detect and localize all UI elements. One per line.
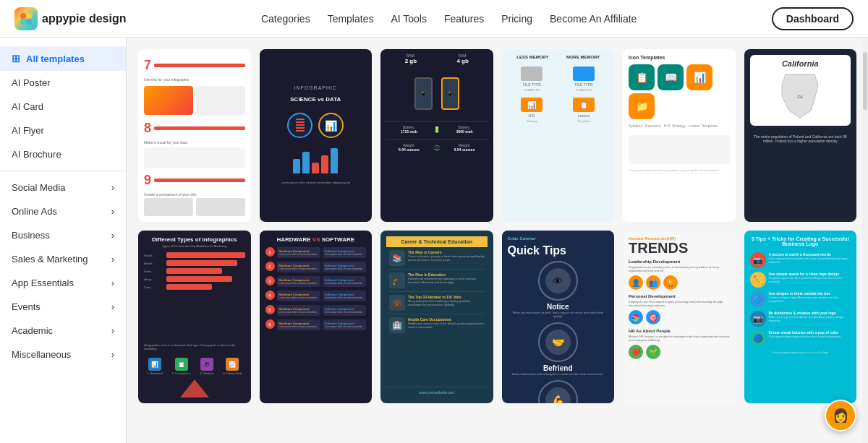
card12-item4: 📷 Be distinctive & creative with your lo…	[750, 311, 851, 327]
template-grid-row2: Different Types of Infographics Types of…	[138, 231, 856, 403]
sidebar-divider	[0, 171, 126, 171]
avatar-button[interactable]: 👩	[825, 400, 856, 431]
sidebar-label-business: Business	[12, 230, 50, 241]
sidebar-item-business[interactable]: Business ›	[0, 223, 126, 247]
nav-features[interactable]: Features	[444, 13, 484, 25]
logo-text: appypie design	[42, 12, 126, 25]
sidebar-item-ai-brochure[interactable]: AI Brochure	[0, 142, 126, 166]
card10-befriend-section: 🤝 Befriend Build relationships with coll…	[508, 322, 609, 376]
chevron-icon-misc: ›	[111, 349, 114, 360]
template-card-9[interactable]: Career & Technical Education 📚 The Rise …	[380, 231, 493, 403]
card4-header: LESS MEMORY MORE MEMORY	[508, 55, 609, 59]
nav-links: Categories Templates AI Tools Features P…	[261, 13, 637, 25]
layout: ⊞ All templates AI Poster AI Card AI Fly…	[0, 38, 868, 443]
svg-marker-6	[180, 379, 209, 397]
navbar: appypie design Categories Templates AI T…	[0, 0, 868, 38]
card8-title: HARDWARE VS SOFTWARE	[265, 236, 367, 243]
chevron-icon-ads: ›	[111, 206, 114, 217]
card1-row8: 8	[144, 118, 245, 139]
template-card-10[interactable]: Critic Catcher Quick Tips 👁 Notice When …	[502, 231, 615, 403]
card10-title: Quick Tips	[508, 245, 609, 257]
sidebar-item-online-ads[interactable]: Online Ads ›	[0, 199, 126, 223]
sidebar-label-all-templates: All templates	[26, 53, 85, 64]
card2-footer: Lorem ipsum dolor sit amet consectetur a…	[280, 179, 352, 186]
svg-point-2	[20, 19, 26, 25]
card10-notice-section: 👁 Notice When you face issues at work, f…	[508, 261, 609, 318]
card10-notice-label: Notice	[508, 303, 609, 311]
card12-item5: 🔵 Create visual balance with a pop of co…	[750, 330, 851, 346]
sidebar-item-academic[interactable]: Academic ›	[0, 319, 126, 343]
card7-triangle	[144, 379, 245, 397]
card11-section1: Leadership Development Organizations are…	[629, 259, 730, 290]
sidebar-item-all-templates[interactable]: ⊞ All templates	[0, 46, 126, 71]
card8-entries: 1 Hardware Component Lorem ipsum dolor s…	[265, 247, 367, 330]
card3-weight-row: Weight: 5.04 ounces ⚖️ Weight: 5.54 ounc…	[385, 139, 489, 152]
template-card-11[interactable]: Human Resources(HR) TRENDS Leadership De…	[623, 231, 736, 403]
card12-item3: 🔷 Use shapes to think outside the box Cr…	[750, 291, 851, 307]
card7-footer: 📊 1. Statistical 📋 2. Comparison ⏱ 3. Ti…	[144, 358, 245, 375]
template-card-8[interactable]: HARDWARE VS SOFTWARE 1 Hardware Componen…	[260, 231, 373, 403]
sidebar-item-ai-flyer[interactable]: AI Flyer	[0, 119, 126, 142]
template-card-4[interactable]: LESS MEMORY MORE MEMORY FILE TYPE EXAMPL…	[502, 49, 615, 222]
sidebar-label-app-essentials: App Essentials	[12, 278, 74, 288]
card3-header: RAM: 2 gb RAM: 4 gb	[385, 53, 489, 64]
card4-less: LESS MEMORY	[508, 55, 558, 59]
template-card-7[interactable]: Different Types of Infographics Types of…	[138, 231, 251, 403]
card1-row9: 9	[144, 170, 245, 191]
card1-img9	[144, 198, 245, 216]
sidebar-label-ai-flyer: AI Flyer	[12, 125, 44, 136]
sidebar-item-app-essentials[interactable]: App Essentials ›	[0, 271, 126, 295]
logo[interactable]: appypie design	[14, 7, 126, 30]
card12-item1: 📷 A picture is worth a thousand words Us…	[750, 252, 851, 268]
card9-items: 📚 The Rise in Careers Career education p…	[386, 247, 488, 387]
sidebar-item-miscellaneous[interactable]: Miscellaneous ›	[0, 343, 126, 366]
card1-text7: Use this for your infographic	[144, 76, 245, 83]
sidebar-label-ai-card: AI Card	[12, 101, 43, 112]
sidebar-item-ai-card[interactable]: AI Card	[0, 95, 126, 119]
card4-more: MORE MEMORY	[558, 55, 608, 59]
card1-num7: 7	[144, 58, 151, 73]
sidebar-item-sales-marketing[interactable]: Sales & Marketing ›	[0, 247, 126, 271]
logo-icon	[14, 7, 38, 30]
scrollbar-thumb[interactable]	[863, 52, 867, 110]
sidebar-item-ai-poster[interactable]: AI Poster	[0, 71, 126, 95]
chevron-icon-social: ›	[111, 182, 114, 193]
card5-preview	[629, 135, 730, 164]
template-card-12[interactable]: 5 Tips + Tricks for Creating a Successfu…	[744, 231, 857, 403]
card2-circles: 📊	[287, 113, 344, 138]
nav-pricing[interactable]: Pricing	[501, 13, 532, 25]
nav-categories[interactable]: Categories	[261, 13, 310, 25]
card1-img	[144, 86, 245, 115]
card1-text9: Create a comparison of your info	[144, 191, 245, 198]
svg-text:CA: CA	[798, 95, 804, 99]
template-card-6[interactable]: California CA The entire population of P…	[744, 49, 857, 222]
card9-footer: www.yourwebsite.com	[386, 387, 488, 397]
template-card-2[interactable]: INFOGRAPHIC SCIENCE vs DATA 📊	[260, 49, 373, 222]
card5-subtitle: Syllabus · Resource · H.R. Strategy · Le…	[629, 124, 730, 128]
nav-affiliate[interactable]: Become An Affiliate	[550, 13, 637, 25]
sidebar-item-social-media[interactable]: Social Media ›	[0, 176, 126, 199]
svg-point-0	[20, 13, 26, 19]
card3-battery-row: Battery: 1715 mah 🔋 Battery: 3600 mah	[385, 121, 489, 134]
template-card-1[interactable]: 7 Use this for your infographic 8 Make a…	[138, 49, 251, 222]
card5-desc: Lorem ipsum dolor sit amet consectetur a…	[629, 168, 730, 172]
card10-leverage-section: 💪 Leverage Use your skills to gain recog…	[508, 380, 609, 403]
sidebar-item-events[interactable]: Events ›	[0, 295, 126, 319]
card12-cta: Your company tagline goes here for the l…	[750, 350, 851, 354]
template-card-3[interactable]: RAM: 2 gb RAM: 4 gb 📱 📱	[380, 49, 493, 222]
nav-templates[interactable]: Templates	[328, 13, 374, 25]
template-card-5[interactable]: Icon Templates 📋 📖 📊 📁 Syllabus · Resour…	[623, 49, 736, 222]
chevron-icon-academic: ›	[111, 325, 114, 336]
card7-title: Different Types of Infographics	[144, 236, 245, 243]
card2-title: SCIENCE vs DATA	[290, 96, 341, 103]
card9-title: Career & Technical Education	[386, 236, 488, 247]
card3-col1-val: 2 gb	[385, 58, 437, 64]
sidebar-label-ai-poster: AI Poster	[12, 77, 50, 88]
svg-point-3	[26, 19, 32, 25]
dashboard-button[interactable]: Dashboard	[772, 7, 854, 30]
chevron-icon-sales: ›	[111, 254, 114, 264]
nav-ai-tools[interactable]: AI Tools	[391, 13, 427, 25]
card7-infotext: Infographics used to understand what typ…	[144, 343, 245, 350]
main-content: 7 Use this for your infographic 8 Make a…	[127, 38, 868, 443]
scrollbar-track[interactable]	[862, 38, 868, 443]
